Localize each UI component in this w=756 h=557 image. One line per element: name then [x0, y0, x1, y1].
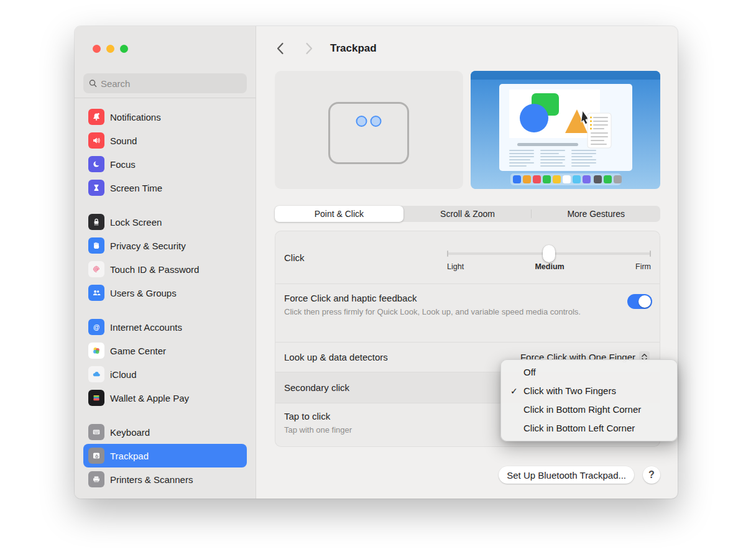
sidebar-item-label: Touch ID & Password — [110, 264, 199, 275]
footer: Set Up Bluetooth Trackpad... ? — [275, 466, 660, 484]
sidebar-item-focus[interactable]: Focus — [83, 152, 247, 176]
sidebar-item-game-center[interactable]: Game Center — [83, 339, 247, 362]
sidebar: Notifications Sound Focus — [75, 26, 256, 499]
menu-item-bottom-right-corner[interactable]: Click in Bottom Right Corner — [501, 400, 677, 419]
keyboard-icon — [88, 424, 104, 440]
click-label: Click — [284, 252, 305, 263]
tab-more-gestures[interactable]: More Gestures — [532, 206, 660, 222]
tick-firm: Firm — [635, 262, 651, 271]
secondary-click-menu: Off ✓ Click with Two Fingers Click in Bo… — [500, 359, 678, 441]
sidebar-item-lock-screen[interactable]: Lock Screen — [83, 210, 247, 234]
slider-track[interactable] — [447, 252, 651, 255]
sidebar-item-notifications[interactable]: Notifications — [83, 105, 247, 129]
menu-item-click-two-fingers[interactable]: ✓ Click with Two Fingers — [501, 382, 677, 400]
tick-medium: Medium — [535, 262, 564, 271]
moon-icon — [88, 156, 104, 172]
click-slider[interactable]: Light Medium Firm — [447, 242, 651, 271]
tick-light: Light — [447, 262, 464, 271]
people-icon — [88, 285, 104, 301]
sidebar-item-privacy-security[interactable]: Privacy & Security — [83, 234, 247, 257]
secondary-click-label: Secondary click — [284, 382, 349, 393]
sidebar-divider — [75, 98, 256, 98]
sidebar-item-label: iCloud — [110, 369, 137, 380]
trackpad-illustration — [275, 71, 463, 189]
tab-scroll-and-zoom[interactable]: Scroll & Zoom — [403, 206, 532, 222]
sidebar-item-label: Keyboard — [110, 427, 150, 438]
menu-item-bottom-left-corner[interactable]: Click in Bottom Left Corner — [501, 419, 677, 438]
setup-bluetooth-trackpad-button[interactable]: Set Up Bluetooth Trackpad... — [499, 466, 634, 484]
trackpad-outline — [328, 102, 409, 164]
force-click-description: Click then press firmly for Quick Look, … — [284, 306, 607, 317]
slider-thumb[interactable] — [543, 245, 555, 262]
sidebar-item-label: Focus — [110, 159, 136, 170]
wallet-icon — [88, 390, 104, 406]
sidebar-item-label: Sound — [110, 136, 137, 146]
gesture-video-scene — [471, 71, 661, 189]
menu-item-off[interactable]: Off — [501, 363, 677, 382]
page: Notifications Sound Focus — [0, 0, 756, 557]
printer-icon — [88, 471, 104, 487]
sidebar-item-label: Wallet & Apple Pay — [110, 393, 189, 403]
sidebar-list: Notifications Sound Focus — [75, 105, 256, 499]
gesture-video-preview — [471, 71, 661, 189]
force-click-toggle[interactable] — [627, 294, 652, 309]
sidebar-item-label: Internet Accounts — [110, 322, 182, 333]
tap-to-click-label: Tap to click — [284, 411, 330, 421]
sidebar-item-label: Trackpad — [110, 451, 149, 461]
sidebar-item-label: Privacy & Security — [110, 241, 186, 251]
trackpad-icon — [88, 448, 104, 464]
slider-tick-labels: Light Medium Firm — [447, 262, 651, 271]
search-field[interactable] — [83, 73, 247, 93]
sidebar-item-label: Notifications — [110, 112, 161, 122]
search-input[interactable] — [101, 78, 241, 89]
toggle-knob — [638, 295, 651, 308]
lock-icon — [88, 214, 104, 230]
sidebar-item-sound[interactable]: Sound — [83, 129, 247, 152]
sidebar-item-screen-time[interactable]: Screen Time — [83, 176, 247, 200]
forward-button[interactable] — [305, 42, 313, 55]
sidebar-item-keyboard[interactable]: Keyboard — [83, 420, 247, 444]
page-title: Trackpad — [330, 42, 377, 55]
sidebar-item-label: Screen Time — [110, 183, 162, 193]
main-content: Trackpad — [256, 26, 678, 499]
back-button[interactable] — [276, 42, 284, 55]
look-up-label: Look up & data detectors — [284, 352, 388, 362]
bell-icon — [88, 109, 104, 125]
sidebar-item-label: Lock Screen — [110, 217, 162, 228]
preview-panels — [275, 71, 660, 189]
sidebar-item-label: Game Center — [110, 346, 166, 356]
checkmark-icon: ✓ — [510, 382, 518, 400]
sidebar-item-touch-id[interactable]: Touch ID & Password — [83, 257, 247, 281]
click-row: Click Light Medium Firm — [275, 231, 660, 283]
sidebar-item-trackpad[interactable]: Trackpad — [83, 444, 247, 467]
sidebar-item-wallet[interactable]: Wallet & Apple Pay — [83, 386, 247, 410]
force-click-row: Force Click and haptic feedback Click th… — [275, 283, 660, 342]
cloud-icon — [88, 366, 104, 382]
tab-point-and-click[interactable]: Point & Click — [275, 206, 403, 222]
zoom-window-button[interactable] — [120, 45, 128, 53]
speaker-icon — [88, 132, 104, 149]
sidebar-item-icloud[interactable]: iCloud — [83, 362, 247, 386]
header: Trackpad — [275, 26, 660, 71]
two-finger-dots — [356, 116, 382, 127]
minimize-window-button[interactable] — [106, 45, 114, 53]
game-center-icon — [88, 343, 104, 359]
sidebar-item-label: Users & Groups — [110, 288, 177, 298]
search-icon — [89, 79, 97, 88]
system-settings-window: Notifications Sound Focus — [75, 26, 678, 499]
window-controls — [93, 45, 128, 53]
hand-icon — [88, 237, 104, 254]
sidebar-item-printers[interactable]: Printers & Scanners — [83, 467, 247, 491]
fingerprint-icon — [88, 261, 104, 277]
force-click-label: Force Click and haptic feedback — [284, 293, 417, 303]
hourglass-icon — [88, 180, 104, 196]
tab-bar: Point & Click Scroll & Zoom More Gesture… — [275, 206, 660, 222]
sidebar-item-label: Printers & Scanners — [110, 474, 193, 485]
help-button[interactable]: ? — [643, 466, 660, 484]
svg-text:@: @ — [93, 323, 99, 331]
close-window-button[interactable] — [93, 45, 101, 53]
sidebar-item-users-groups[interactable]: Users & Groups — [83, 281, 247, 305]
sidebar-item-internet-accounts[interactable]: @ Internet Accounts — [83, 315, 247, 339]
at-icon: @ — [88, 319, 104, 335]
